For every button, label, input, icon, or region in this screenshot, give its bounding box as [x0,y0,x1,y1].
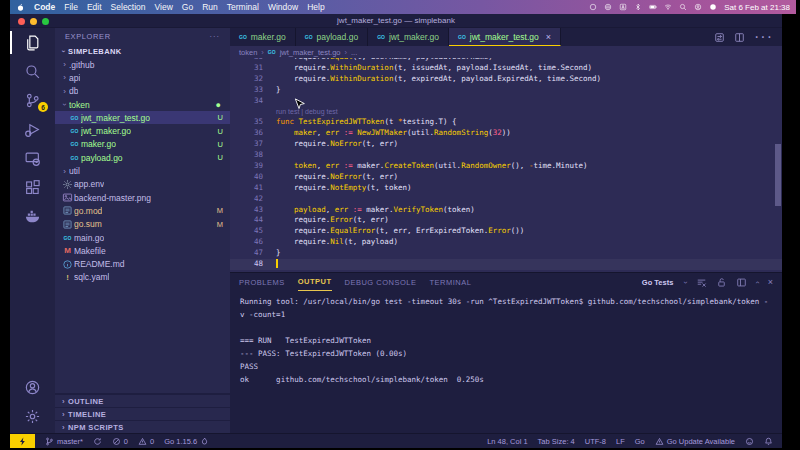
code-line[interactable]: 34 [230,96,782,107]
code-editor[interactable]: 30 require.Equal(t, username, payload.Us… [230,58,782,272]
editor-tab-maker.go[interactable]: GOmaker.go [230,28,296,46]
indentation[interactable]: Tab Size: 4 [538,437,575,446]
workspace-section-header[interactable]: › SIMPLEBANK [55,45,230,58]
tree-file-maker.go[interactable]: GOmaker.goU [55,138,230,151]
code-line[interactable]: 38 [230,150,782,161]
menu-item-run[interactable]: Run [202,2,218,12]
close-panel-icon[interactable]: × [768,277,773,287]
tree-file-README.md[interactable]: README.md [55,257,230,270]
code-line[interactable]: 41 require.NotEmpty(t, token) [230,183,782,194]
open-in-editor-icon[interactable] [736,277,747,288]
code-line[interactable]: 35func TestExpiredJWTToken(t *testing.T)… [230,117,782,128]
clear-output-icon[interactable] [696,277,707,288]
user-switch-icon[interactable] [694,3,702,11]
activitybar-settings[interactable] [10,402,55,431]
code-line[interactable]: 39 token, err := maker.CreateToken(util.… [230,161,782,172]
minimize-window-button[interactable] [30,18,37,25]
sidebar-more-actions[interactable]: ··· [210,32,221,41]
breadcrumb-item[interactable]: ... [351,48,357,57]
code-line[interactable]: 42 [230,194,782,205]
notifications-bell[interactable] [764,437,773,446]
go-version[interactable]: Go 1.15.6 [164,437,209,446]
menu-item-terminal[interactable]: Terminal [227,2,259,12]
code-line[interactable]: 32 require.WithinDuration(t, expiredAt, … [230,74,782,85]
editor-tab-jwt_maker.go[interactable]: GOjwt_maker.go [368,28,449,46]
language-mode[interactable]: Go [635,437,645,446]
go-update[interactable]: Go Update Available [655,437,735,446]
sync-status[interactable] [93,437,102,446]
tree-file-jwt_maker_test.go[interactable]: GOjwt_maker_test.goU [55,111,230,124]
activitybar-accounts[interactable] [10,373,55,402]
cursor-position[interactable]: Ln 48, Col 1 [487,437,527,446]
tree-folder-token[interactable]: ›token● [55,98,230,111]
window-titlebar[interactable]: jwt_maker_test.go — simplebank [10,14,782,28]
tree-file-go.sum[interactable]: go.sumM [55,218,230,231]
error-count[interactable]: 0 [112,437,128,446]
menu-item-file[interactable]: File [64,2,78,12]
warning-count[interactable]: 0 [138,437,154,446]
menu-item-edit[interactable]: Edit [87,2,102,12]
eol[interactable]: LF [616,437,625,446]
tree-folder-api[interactable]: ›api [55,71,230,84]
menu-item-window[interactable]: Window [268,2,298,12]
tree-file-go.mod[interactable]: go.modM [55,204,230,217]
sidebar-section-npm-scripts[interactable]: ›NPM SCRIPTS [55,420,230,433]
menu-item-code[interactable]: Code [34,2,55,12]
git-branch-status[interactable]: master* [45,437,83,446]
split-editor-icon[interactable] [734,32,745,43]
code-line[interactable]: 48 [230,259,782,270]
more-actions-icon[interactable]: ··· [754,28,773,46]
battery-icon[interactable] [649,3,657,11]
close-window-button[interactable] [18,18,25,25]
sidebar-section-timeline[interactable]: ›TIMELINE [55,407,230,420]
tree-file-app.env[interactable]: app.env [55,178,230,191]
code-line[interactable]: 43 payload, err := maker.VerifyToken(tok… [230,205,782,216]
breadcrumb[interactable]: token›GOjwt_maker_test.go›... [230,46,782,58]
open-changes-icon[interactable] [714,32,725,43]
editor-tab-jwt_maker_test.go[interactable]: GOjwt_maker_test.go× [449,28,561,46]
panel-tab-terminal[interactable]: TERMINAL [429,273,471,291]
menu-item-view[interactable]: View [155,2,173,12]
hand-icon[interactable] [604,3,612,11]
tree-file-payload.go[interactable]: GOpayload.goU [55,151,230,164]
tree-folder-db[interactable]: ›db [55,85,230,98]
encoding[interactable]: UTF-8 [585,437,606,446]
code-line[interactable]: 47} [230,248,782,259]
code-line[interactable]: 37 require.NoError(t, err) [230,139,782,150]
close-tab-icon[interactable]: × [546,32,551,42]
siri-icon[interactable] [709,3,717,11]
editor-scrollbar[interactable] [775,144,781,206]
tree-folder-util[interactable]: ›util [55,164,230,177]
tree-file-jwt_maker.go[interactable]: GOjwt_maker.goU [55,124,230,137]
panel-tab-debug-console[interactable]: DEBUG CONSOLE [345,273,417,291]
tree-file-Makefile[interactable]: MMakefile [55,244,230,257]
tree-file-backend-master.png[interactable]: backend-master.png [55,191,230,204]
tree-folder-.github[interactable]: ›.github [55,58,230,71]
activitybar-search[interactable] [10,57,55,86]
breadcrumb-item[interactable]: token [239,48,257,57]
code-line[interactable]: 36 maker, err := NewJWTMaker(util.Random… [230,128,782,139]
app-circle-icon[interactable] [589,3,597,11]
feedback[interactable] [745,437,754,446]
code-line[interactable]: 31 require.WithinDuration(t, issuedAt, p… [230,63,782,74]
menu-item-go[interactable]: Go [182,2,193,12]
zoom-window-button[interactable] [42,18,49,25]
remote-indicator[interactable] [10,434,35,448]
code-line[interactable]: 44 require.Error(t, err) [230,215,782,226]
activitybar-run-debug[interactable] [10,115,55,144]
tree-file-main.go[interactable]: GOmain.go [55,231,230,244]
unlock-icon[interactable] [716,277,727,288]
menu-item-selection[interactable]: Selection [111,2,146,12]
code-line[interactable]: 45 require.EqualError(t, err, ErrExpired… [230,226,782,237]
code-line[interactable]: 46 require.Nil(t, payload) [230,237,782,248]
code-line[interactable]: 40 require.NoError(t, err) [230,172,782,183]
panel-tab-problems[interactable]: PROBLEMS [239,273,285,291]
apple-icon[interactable] [16,3,25,12]
channel-dropdown-chevron-icon[interactable]: › [681,281,690,284]
sidebar-section-outline[interactable]: ›OUTLINE [55,394,230,407]
activitybar-extensions[interactable] [10,173,55,202]
activitybar-docker[interactable] [10,202,55,231]
input-source-icon[interactable] [619,3,627,11]
codelens-run-debug-test[interactable]: run test | debug test [230,107,338,118]
breadcrumb-item[interactable]: jwt_maker_test.go [280,48,341,57]
